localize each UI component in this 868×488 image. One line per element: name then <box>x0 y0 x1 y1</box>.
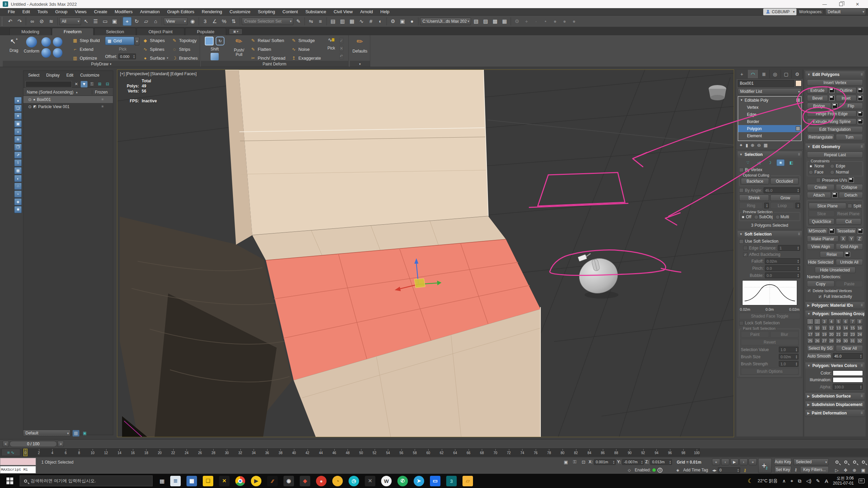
extrude-button[interactable]: Extrude <box>807 87 828 94</box>
frozen-column-header[interactable]: Frozen <box>92 90 113 95</box>
ime-indicator[interactable]: A <box>825 478 828 484</box>
tray-expand-icon[interactable]: ∧ <box>782 478 786 484</box>
scene-explorer-3-icon[interactable]: ▩ <box>491 17 499 26</box>
expand-hierarchy-icon[interactable]: ⊞ <box>96 81 103 87</box>
smoothing-group-4-button[interactable]: 4 <box>828 319 835 324</box>
smoothing-group-9-button[interactable]: 9 <box>807 325 813 331</box>
commit-revert-icon[interactable]: ↶ <box>339 53 343 60</box>
explorer-menu-edit[interactable]: Edit <box>64 72 76 78</box>
curve-editor-icon[interactable]: ∿ <box>357 17 366 26</box>
spinner-snap-icon[interactable]: ⇅ <box>229 17 238 26</box>
conform-relax-icon[interactable] <box>41 48 51 58</box>
scene-object-row[interactable]: ⊙◩Particle View 001✳ <box>23 103 113 110</box>
current-frame-spinner[interactable]: 0 <box>718 467 740 473</box>
alpha-spinner[interactable]: 100.0 <box>833 384 863 390</box>
backface-button[interactable]: Backface <box>741 178 769 184</box>
display-xrefs-icon[interactable]: ⇗ <box>14 151 22 159</box>
active-layer-dropdown[interactable]: Default <box>23 430 71 436</box>
paint-pick-label[interactable]: Pick <box>324 46 338 50</box>
explorer-search-input[interactable] <box>25 81 72 87</box>
smoothing-group-1-button[interactable]: 1 <box>807 319 813 324</box>
x-coordinate-spinner[interactable]: 0.001m <box>594 459 616 465</box>
taskbar-app-x[interactable]: ✕ <box>219 476 230 486</box>
taskbar-app-yellow[interactable]: ◔ <box>332 476 343 486</box>
close-button[interactable]: ✕ <box>854 2 861 7</box>
visibility-eye-icon[interactable]: ⊙ <box>28 97 32 102</box>
reference-coordinate-dropdown[interactable]: View <box>164 18 188 25</box>
menu-substance[interactable]: Substance <box>302 8 330 15</box>
tab-display[interactable]: ▢ <box>781 70 792 78</box>
smoothing-group-28-button[interactable]: 28 <box>828 338 835 344</box>
smoothing-group-31-button[interactable]: 31 <box>849 338 856 344</box>
auto-smooth-spinner[interactable]: 45.0 <box>833 353 863 359</box>
ribbon-tab-modeling[interactable]: Modeling <box>9 28 51 35</box>
tab-create[interactable]: + <box>736 70 748 78</box>
inset-button[interactable]: Inset <box>836 95 857 101</box>
selection-rollout-header[interactable]: ▼Selection⠿ <box>737 151 802 158</box>
delete-isolated-vertices-checkbox[interactable]: ✓ <box>807 288 811 293</box>
auto-smooth-button[interactable]: Auto Smooth <box>807 353 831 359</box>
frozen-toggle-icon[interactable]: ✳ <box>92 104 113 109</box>
menu-customize[interactable]: Customize <box>226 8 254 15</box>
prev-frame-arrow[interactable]: < <box>3 441 9 447</box>
stack-item-border[interactable]: Border <box>738 118 801 125</box>
display-lights-icon[interactable]: ✦ <box>14 113 22 120</box>
border-mode-icon[interactable]: ☽ <box>766 159 774 166</box>
next-frame-button[interactable]: › <box>739 459 748 465</box>
pin-stack-icon[interactable]: ✦ <box>739 143 743 148</box>
constraint-normal-radio[interactable] <box>830 170 834 175</box>
lock-soft-selection-checkbox[interactable] <box>739 321 744 325</box>
slice-button[interactable]: Slice <box>809 210 834 217</box>
taskbar-app-red[interactable]: ● <box>316 476 327 486</box>
drag-label[interactable]: Drag <box>5 48 22 53</box>
conform-exaggerate-icon[interactable] <box>53 48 62 58</box>
brush-options-button[interactable]: Brush Options <box>741 368 798 374</box>
auto-key-button[interactable]: Auto Key <box>774 458 791 465</box>
render-gray-1-icon[interactable]: ⚙ <box>513 17 521 26</box>
display-materials-icon[interactable]: ◐ <box>14 175 22 182</box>
render-sphere-3-icon[interactable]: ● <box>551 17 559 26</box>
constraint-edge-radio[interactable] <box>830 164 834 168</box>
shift-label[interactable]: Shift <box>204 47 225 52</box>
frame-step-icon[interactable]: ◂▸ <box>712 467 717 473</box>
tab-motion[interactable]: ◎ <box>770 70 781 78</box>
polydraw-topology-button[interactable]: ✎Topology <box>172 37 199 44</box>
smoothing-group-17-button[interactable]: 17 <box>807 331 813 337</box>
stack-badge-icon[interactable] <box>796 98 800 102</box>
constraint-face-radio[interactable] <box>809 170 813 175</box>
add-time-tag-label[interactable]: Add Time Tag <box>683 468 708 472</box>
edit-geometry-rollout-header[interactable]: ▼Edit Geometry⠿ <box>805 143 865 150</box>
shift-icon[interactable] <box>205 37 214 45</box>
by-angle-checkbox[interactable] <box>739 188 744 192</box>
grid-dropdown-arrow[interactable]: ▾ <box>135 37 139 45</box>
make-unique-icon[interactable]: ⊕ <box>751 143 754 148</box>
time-tag-icon[interactable]: ◈ <box>674 467 682 473</box>
maxscript-mini-listener[interactable]: MAXScript Mi <box>0 466 36 473</box>
smoothing-groups-rollout-header[interactable]: ▼Polygon: Smoothing Groups⠿ <box>805 310 865 317</box>
object-color-swatch[interactable] <box>795 80 802 86</box>
polydraw-panel-label[interactable]: PolyDraw▾ <box>3 61 200 67</box>
name-column-header[interactable]: Name (Sorted Ascending) ▲ <box>23 90 92 95</box>
frame-range-display[interactable]: 0 / 100 <box>9 441 57 447</box>
use-pivot-center-icon[interactable]: ◉ <box>188 17 197 26</box>
render-sphere-5-icon[interactable]: ● <box>570 17 578 26</box>
push-pull-label[interactable]: Push/ Pull <box>231 48 248 57</box>
ring-button[interactable]: Ring <box>739 202 763 209</box>
menu-create[interactable]: Create <box>90 8 111 15</box>
mirror-icon[interactable]: ⇋ <box>307 17 315 26</box>
outline-settings-icon[interactable] <box>858 88 863 93</box>
edit-triangulation-button[interactable]: Edit Triangulation <box>807 126 863 133</box>
zoom-extents-icon[interactable] <box>850 458 859 466</box>
prev-frame-button[interactable]: ‹ <box>721 459 729 465</box>
clear-all-button[interactable]: Clear All <box>836 345 863 351</box>
maximize-viewport-icon[interactable]: ▣ <box>859 466 867 474</box>
drag-icon[interactable]: ↖+ <box>5 37 22 45</box>
display-geometry-icon[interactable]: ● <box>14 97 22 104</box>
taskbar-app-dark[interactable]: ✕ <box>365 476 375 486</box>
tab-hierarchy[interactable]: ≣ <box>758 70 770 78</box>
smoothing-group-11-button[interactable]: 11 <box>821 325 828 331</box>
turn-button[interactable]: Turn <box>836 134 863 140</box>
defaults-label[interactable]: Defaults <box>350 49 370 54</box>
modifier-list-dropdown[interactable]: Modifier List <box>738 88 802 95</box>
user-account-dropdown[interactable]: CGBUMP <box>763 8 796 15</box>
